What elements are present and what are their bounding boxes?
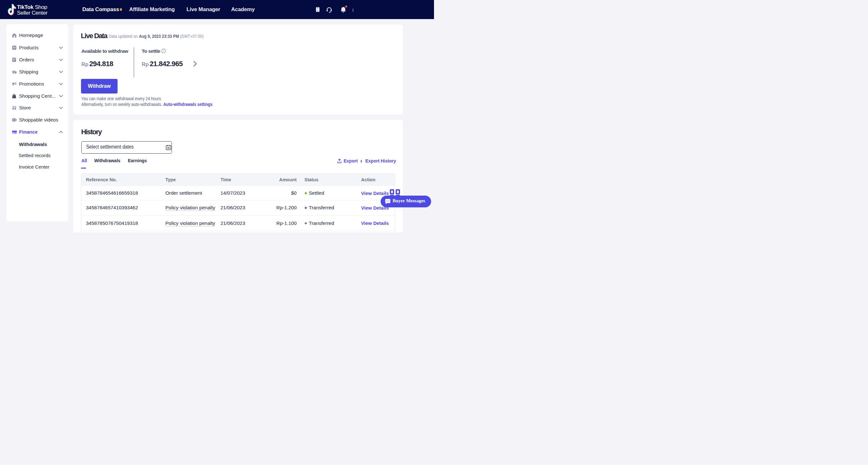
- svg-text:?: ?: [163, 49, 164, 53]
